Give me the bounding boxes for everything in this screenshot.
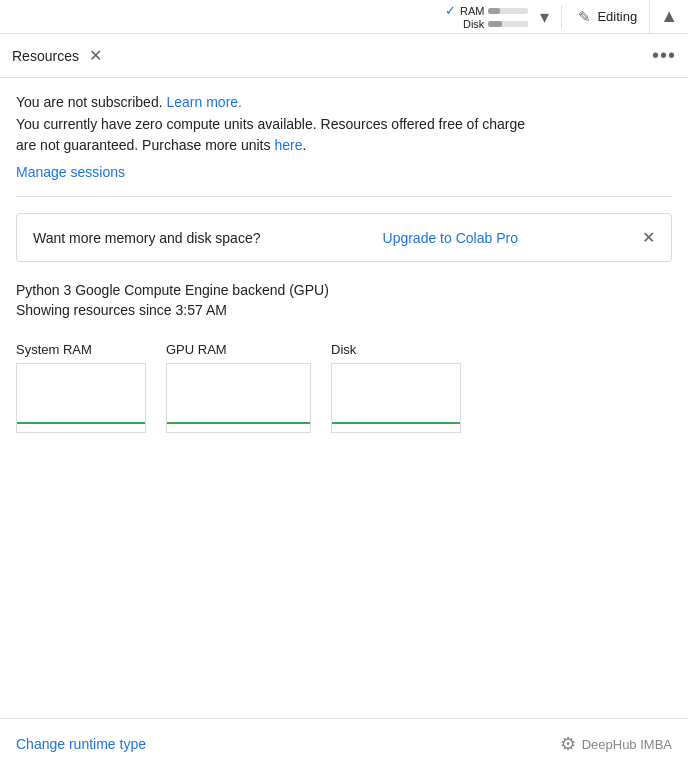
backend-info: Python 3 Google Compute Engine backend (… — [16, 282, 672, 298]
checkmark-icon: ✓ — [445, 3, 456, 18]
system-ram-box — [16, 363, 146, 433]
disk-bar — [488, 21, 528, 27]
collapse-button[interactable]: ▲ — [649, 0, 688, 34]
gpu-ram-chart: GPU RAM — [166, 342, 311, 433]
panel-footer: Change runtime type ⚙ DeepHub IMBA — [0, 718, 688, 769]
disk-label-top: Disk — [463, 18, 484, 30]
info-text: You currently have zero compute units av… — [16, 114, 672, 156]
ram-disk-indicator: ✓ RAM Disk — [445, 3, 528, 30]
info-line2: are not guaranteed. Purchase more units — [16, 137, 271, 153]
manage-sessions-link[interactable]: Manage sessions — [16, 164, 672, 180]
watermark-icon: ⚙ — [560, 733, 576, 755]
panel-content: You are not subscribed. Learn more. You … — [0, 78, 688, 433]
here-link[interactable]: here — [274, 137, 302, 153]
change-runtime-link[interactable]: Change runtime type — [16, 736, 146, 752]
disk-chart-label: Disk — [331, 342, 356, 357]
editing-label: Editing — [597, 9, 637, 24]
ram-label: RAM — [460, 5, 484, 17]
upgrade-link[interactable]: Upgrade to Colab Pro — [383, 230, 518, 246]
disk-box — [331, 363, 461, 433]
gpu-ram-box — [166, 363, 311, 433]
system-ram-chart: System RAM — [16, 342, 146, 433]
resource-dropdown-button[interactable]: ▾ — [532, 6, 557, 28]
showing-since: Showing resources since 3:57 AM — [16, 302, 672, 318]
disk-bar-fill — [488, 21, 502, 27]
not-subscribed-text: You are not subscribed. — [16, 94, 163, 110]
panel-title-row: Resources ✕ — [12, 46, 102, 65]
system-ram-line — [17, 422, 145, 424]
watermark-text: DeepHub IMBA — [582, 737, 672, 752]
subscription-status: You are not subscribed. Learn more. — [16, 94, 672, 110]
gpu-ram-line — [167, 422, 310, 424]
charts-row: System RAM GPU RAM Disk — [16, 342, 672, 433]
watermark: ⚙ DeepHub IMBA — [560, 733, 672, 755]
editing-button[interactable]: ✎ Editing — [566, 0, 649, 34]
panel-header: Resources ✕ ••• — [0, 34, 688, 78]
learn-more-link[interactable]: Learn more. — [166, 94, 241, 110]
top-bar: ✓ RAM Disk ▾ ✎ Editing ▲ — [0, 0, 688, 34]
ram-bar — [488, 8, 528, 14]
system-ram-label: System RAM — [16, 342, 92, 357]
gpu-ram-label: GPU RAM — [166, 342, 227, 357]
more-options-button[interactable]: ••• — [652, 44, 676, 67]
promo-text: Want more memory and disk space? — [33, 230, 260, 246]
chevron-up-icon: ▲ — [660, 6, 678, 27]
divider — [561, 5, 562, 29]
pencil-icon: ✎ — [578, 8, 591, 26]
close-panel-button[interactable]: ✕ — [89, 46, 102, 65]
info-line1: You currently have zero compute units av… — [16, 116, 525, 132]
disk-chart: Disk — [331, 342, 461, 433]
promo-close-button[interactable]: ✕ — [642, 228, 655, 247]
promo-banner: Want more memory and disk space? Upgrade… — [16, 213, 672, 262]
panel-title: Resources — [12, 48, 79, 64]
disk-line — [332, 422, 460, 424]
ram-bar-fill — [488, 8, 500, 14]
